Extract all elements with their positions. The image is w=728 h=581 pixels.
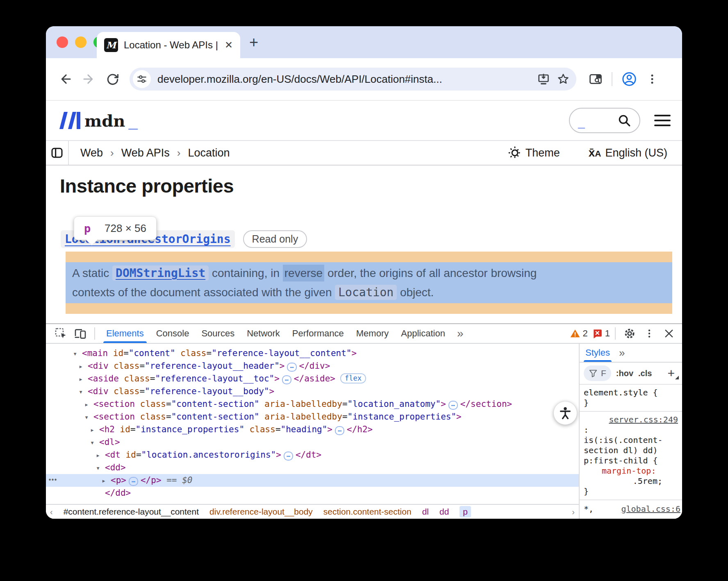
bookmark-star-icon[interactable]	[557, 73, 570, 86]
expand-ellipsis-button[interactable]: …	[448, 401, 458, 410]
browser-menu-icon[interactable]	[646, 73, 658, 85]
expand-ellipsis-button[interactable]: …	[129, 477, 138, 486]
site-settings-button[interactable]	[133, 70, 151, 88]
expand-ellipsis-button[interactable]: …	[282, 375, 291, 384]
close-window-button[interactable]	[57, 36, 68, 48]
breadcrumb-item-location[interactable]: Location	[188, 147, 230, 159]
toggle-element-classes-button[interactable]: .cls	[638, 369, 652, 378]
tree-expand-arrow-icon[interactable]: ▸	[90, 424, 99, 436]
elements-tree-row[interactable]: ▾<main id="content" class="reference-lay…	[46, 347, 579, 360]
minimize-window-button[interactable]	[75, 36, 86, 48]
elements-tree-row[interactable]: ▸<dt id="location.ancestororigins">…</dt…	[46, 449, 579, 461]
filter-placeholder: F	[601, 368, 606, 378]
theme-button[interactable]: Theme	[508, 146, 560, 159]
devtools-tab-sources[interactable]: Sources	[195, 324, 241, 343]
element-crumbs: #content.reference-layout__contentdiv.re…	[64, 506, 471, 517]
elements-tree-row[interactable]: ▾<div class="reference-layout__body">	[46, 385, 579, 398]
tree-expand-arrow-icon[interactable]: ▾	[90, 436, 99, 449]
browser-tab[interactable]: M Location - Web APIs | MDN ✕	[97, 32, 240, 58]
element-crumb[interactable]: div.reference-layout__body	[209, 507, 313, 517]
sidebar-toggle-icon	[50, 146, 64, 159]
tree-expand-arrow-icon[interactable]: ▾	[73, 347, 82, 360]
devtools-tab-elements[interactable]: Elements	[100, 324, 150, 343]
tree-expand-arrow-icon[interactable]: ▾	[79, 386, 88, 398]
devtools-tab-memory[interactable]: Memory	[350, 324, 395, 343]
code-token-pl: =	[166, 399, 171, 409]
css-property-value[interactable]: .5rem;	[584, 476, 678, 486]
errors-badge[interactable]: 1	[592, 328, 610, 339]
reload-button[interactable]	[102, 69, 123, 89]
elements-tree-row[interactable]: ▾<dd>	[46, 461, 579, 474]
devtools-tab-application[interactable]: Application	[395, 324, 451, 343]
crumb-scroll-left-icon[interactable]: ‹	[50, 507, 53, 517]
css-rule-block[interactable]: *, global.css:6	[580, 500, 682, 514]
tree-expand-arrow-icon[interactable]: ▸	[102, 474, 111, 487]
inspect-element-button[interactable]	[52, 325, 70, 342]
sidebar-toggle-button[interactable]	[46, 146, 68, 159]
devtools-menu-button[interactable]	[640, 325, 658, 342]
url-bar[interactable]: developer.mozilla.org/en-US/docs/Web/API…	[130, 68, 576, 91]
tree-expand-arrow-icon[interactable]: ▸	[79, 360, 88, 373]
warnings-badge[interactable]: 2	[570, 328, 588, 339]
tree-expand-arrow-icon[interactable]: ▸	[84, 398, 93, 411]
tree-expand-arrow-icon[interactable]: ▾	[96, 462, 105, 474]
elements-tree-row[interactable]: </dd>	[46, 487, 579, 499]
element-crumb[interactable]: dl	[422, 507, 429, 517]
elements-tree-row-selected[interactable]: •••▸<p>…</p> == $0	[46, 474, 579, 487]
tree-expand-arrow-icon[interactable]: ▸	[96, 449, 105, 462]
devtools-tab-performance[interactable]: Performance	[286, 324, 350, 343]
language-button[interactable]: x̄A English (US)	[589, 146, 667, 159]
elements-tree-row[interactable]: ▸<aside class="reference-layout__toc">…<…	[46, 372, 579, 385]
side-panel-search-icon[interactable]	[589, 72, 603, 86]
back-button[interactable]	[55, 69, 75, 89]
css-source-link[interactable]: server.css:249	[584, 415, 678, 425]
element-crumb[interactable]: section.content-section	[323, 507, 412, 517]
mdn-search-placeholder: _	[578, 116, 585, 130]
elements-tree-row[interactable]: ▾<dl>	[46, 436, 579, 449]
toggle-pseudo-classes-button[interactable]: :hov	[616, 369, 633, 378]
new-style-rule-button[interactable]: +	[667, 366, 678, 380]
crumb-scroll-right-icon[interactable]: ›	[572, 507, 575, 517]
highlighted-paragraph[interactable]: A static DOMStringList containing, in re…	[66, 262, 672, 303]
elements-tree-row[interactable]: ▾<section class="content-section" aria-l…	[46, 411, 579, 423]
forward-button[interactable]	[79, 69, 99, 89]
breadcrumb-item-web[interactable]: Web	[80, 147, 103, 159]
devtools-tab-network[interactable]: Network	[241, 324, 286, 343]
styles-filter-input[interactable]: F	[584, 365, 611, 381]
element-crumb[interactable]: p	[460, 506, 471, 517]
element-crumb[interactable]: dd	[439, 507, 449, 517]
mdn-search-input[interactable]: _	[569, 108, 640, 133]
elements-tree-row[interactable]: ▸<h2 id="instance_properties" class="hea…	[46, 423, 579, 436]
mdn-logo[interactable]: mdn _	[57, 112, 138, 129]
tree-expand-arrow-icon[interactable]: ▸	[79, 373, 88, 386]
breadcrumb-item-web-apis[interactable]: Web APIs	[121, 147, 170, 159]
elements-tree-row[interactable]: ▸<section class="content-section" aria-l…	[46, 398, 579, 411]
expand-ellipsis-button[interactable]: …	[335, 426, 344, 435]
tab-styles[interactable]: Styles	[585, 344, 610, 362]
expand-ellipsis-button[interactable]: …	[284, 452, 293, 461]
tree-expand-arrow-icon[interactable]: ▾	[84, 411, 93, 424]
css-rule-block[interactable]: server.css:249 :is(:is(.content-section …	[580, 412, 682, 500]
devtools-settings-button[interactable]	[621, 325, 639, 342]
url-text[interactable]: developer.mozilla.org/en-US/docs/Web/API…	[157, 73, 530, 86]
css-source-link[interactable]: global.css:6	[621, 504, 681, 514]
element-style-block[interactable]: element.style { }	[580, 385, 682, 412]
devtools-tab-console[interactable]: Console	[150, 324, 196, 343]
profile-avatar-icon[interactable]	[621, 71, 637, 87]
search-icon[interactable]	[617, 113, 631, 127]
element-crumb[interactable]: #content.reference-layout__content	[64, 507, 199, 517]
sidebar-more-tabs-icon[interactable]: »	[619, 347, 625, 359]
tab-close-icon[interactable]: ✕	[225, 39, 233, 51]
css-property-name[interactable]: margin-top:	[584, 466, 678, 476]
expand-ellipsis-button[interactable]: …	[287, 363, 296, 372]
devtools-close-button[interactable]	[660, 325, 678, 342]
device-toolbar-button[interactable]	[71, 325, 89, 342]
accessibility-overlay-button[interactable]	[553, 401, 577, 425]
flex-adorner-badge[interactable]: flex	[340, 373, 366, 384]
install-icon[interactable]	[537, 73, 550, 86]
mdn-menu-icon[interactable]	[654, 115, 671, 126]
domstringlist-link[interactable]: DOMStringList	[112, 266, 209, 281]
elements-tree-row[interactable]: ▸<div class="reference-layout__header">……	[46, 360, 579, 372]
more-tabs-button[interactable]: »	[453, 327, 468, 340]
new-tab-button[interactable]: +	[249, 34, 258, 51]
